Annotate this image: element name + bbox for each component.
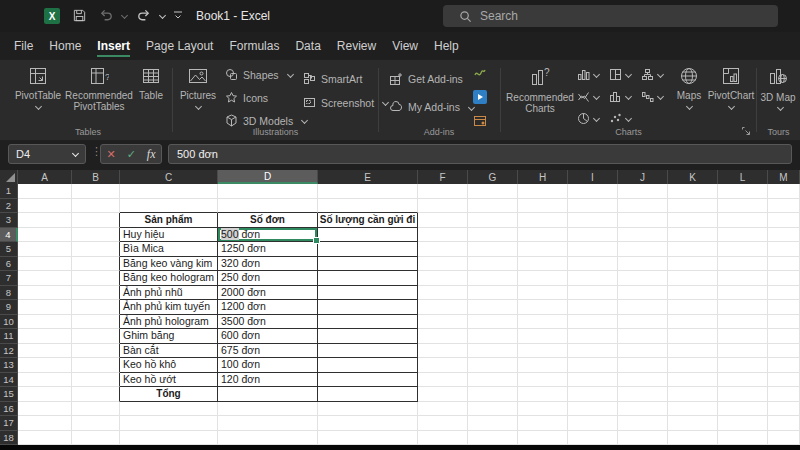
cell-C2[interactable] [120,199,218,214]
cell-L8[interactable] [718,286,768,301]
cell-H18[interactable] [518,431,568,446]
cell-D10[interactable]: 3500 đơn [218,315,318,330]
column-header-A[interactable]: A [18,170,72,184]
cell-J15[interactable] [618,387,668,402]
cell-G7[interactable] [468,271,518,286]
smartart-button[interactable]: SmartArt [303,72,362,85]
cell-F9[interactable] [418,300,468,315]
tab-formulas[interactable]: Formulas [221,32,287,60]
cell-I7[interactable] [568,271,618,286]
cell-H11[interactable] [518,329,568,344]
cell-I3[interactable] [568,213,618,228]
my-addins-button[interactable]: My Add-ins [389,100,474,114]
cell-G4[interactable] [468,228,518,243]
cell-F13[interactable] [418,358,468,373]
insert-line-chart-button[interactable] [577,90,599,103]
cell-A13[interactable] [18,358,72,373]
cell-J5[interactable] [618,242,668,257]
cell-H10[interactable] [518,315,568,330]
row-header-6[interactable]: 6 [0,257,18,272]
cell-K10[interactable] [668,315,718,330]
pictures-button[interactable]: Pictures [177,66,219,109]
cell-H4[interactable] [518,228,568,243]
cell-B9[interactable] [72,300,120,315]
insert-waterfall-chart-button[interactable] [641,90,663,103]
name-box[interactable]: D4 [8,144,86,164]
recommended-charts-button[interactable]: ? Recommended Charts [503,66,577,114]
cell-A1[interactable] [18,184,72,199]
cell-F15[interactable] [418,387,468,402]
cell-C15[interactable]: Tổng [120,387,218,402]
cell-H3[interactable] [518,213,568,228]
column-header-H[interactable]: H [518,170,568,184]
save-icon[interactable] [72,8,87,23]
cell-B1[interactable] [72,184,120,199]
cell-M7[interactable] [768,271,800,286]
row-header-18[interactable]: 18 [0,431,18,446]
tab-file[interactable]: File [6,32,41,60]
cell-M4[interactable] [768,228,800,243]
undo-dropdown-icon[interactable] [121,12,128,19]
row-header-7[interactable]: 7 [0,271,18,286]
cell-K15[interactable] [668,387,718,402]
cell-I10[interactable] [568,315,618,330]
cell-A15[interactable] [18,387,72,402]
cell-D18[interactable] [218,431,318,446]
cell-B17[interactable] [72,416,120,431]
insert-column-chart-button[interactable] [577,68,599,81]
cell-I17[interactable] [568,416,618,431]
cell-M15[interactable] [768,387,800,402]
insert-statistic-chart-button[interactable] [609,90,631,103]
cell-D13[interactable]: 100 đơn [218,358,318,373]
cell-G12[interactable] [468,344,518,359]
cancel-entry-icon[interactable]: ✕ [106,148,115,161]
cell-J8[interactable] [618,286,668,301]
cell-K8[interactable] [668,286,718,301]
cell-L18[interactable] [718,431,768,446]
cell-F11[interactable] [418,329,468,344]
cell-I18[interactable] [568,431,618,446]
cell-A14[interactable] [18,373,72,388]
row-header-13[interactable]: 13 [0,358,18,373]
cell-G15[interactable] [468,387,518,402]
column-header-C[interactable]: C [120,170,218,184]
cell-B18[interactable] [72,431,120,446]
tab-insert[interactable]: Insert [89,32,138,60]
cell-C16[interactable] [120,402,218,417]
cell-G6[interactable] [468,257,518,272]
cell-A4[interactable] [18,228,72,243]
cell-E17[interactable] [318,416,418,431]
cell-F18[interactable] [418,431,468,446]
column-header-B[interactable]: B [72,170,120,184]
cell-I2[interactable] [568,199,618,214]
cell-B8[interactable] [72,286,120,301]
cell-A17[interactable] [18,416,72,431]
cell-F12[interactable] [418,344,468,359]
tab-review[interactable]: Review [329,32,384,60]
cell-A11[interactable] [18,329,72,344]
cell-M13[interactable] [768,358,800,373]
icons-button[interactable]: Icons [225,91,268,104]
row-header-3[interactable]: 3 [0,213,18,228]
select-all-button[interactable] [0,170,18,184]
3d-models-button[interactable]: 3D Models [225,114,307,127]
cell-G3[interactable] [468,213,518,228]
cell-D7[interactable]: 250 đơn [218,271,318,286]
cell-G8[interactable] [468,286,518,301]
search-input[interactable]: Search [443,5,778,27]
formula-input[interactable]: 500 đơn [168,144,792,164]
cell-F6[interactable] [418,257,468,272]
cell-D2[interactable] [218,199,318,214]
cell-G11[interactable] [468,329,518,344]
cell-B14[interactable] [72,373,120,388]
cell-E4[interactable] [318,228,418,243]
column-header-D[interactable]: D [218,170,318,184]
cell-E13[interactable] [318,358,418,373]
cell-M11[interactable] [768,329,800,344]
cell-C4[interactable]: Huy hiệu [120,228,218,243]
cell-F7[interactable] [418,271,468,286]
cell-C14[interactable]: Keo hồ ướt [120,373,218,388]
cell-A2[interactable] [18,199,72,214]
tab-page-layout[interactable]: Page Layout [138,32,221,60]
cell-G17[interactable] [468,416,518,431]
